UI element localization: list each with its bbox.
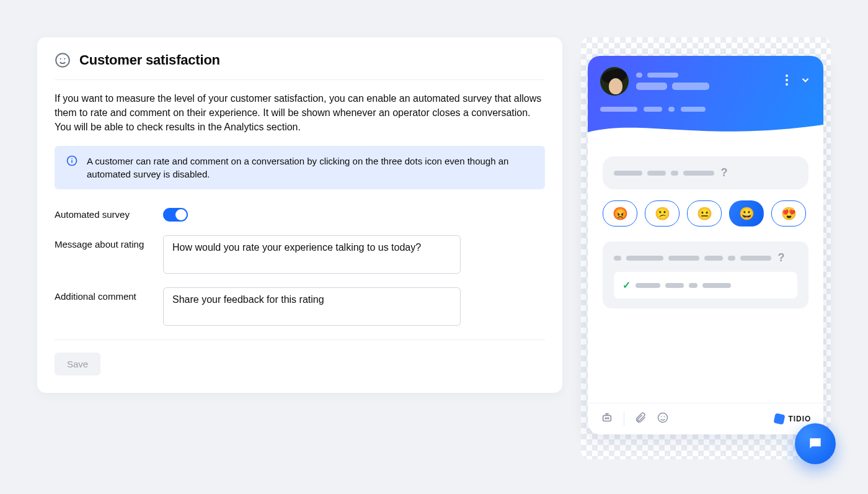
info-banner: A customer can rate and comment on a con…: [55, 146, 545, 189]
svg-point-8: [786, 83, 788, 86]
rating-message-input[interactable]: [163, 235, 461, 274]
field-automated-survey: Automated survey: [55, 205, 545, 222]
settings-card: Customer satisfaction If you want to mea…: [37, 37, 562, 393]
emoji-option-5[interactable]: 😍: [771, 200, 806, 227]
chat-footer: TIDIO: [588, 403, 823, 434]
chevron-down-icon[interactable]: [800, 74, 811, 88]
wave-divider: [588, 121, 823, 138]
emoji-option-3[interactable]: 😐: [687, 200, 722, 227]
svg-point-14: [664, 416, 665, 418]
check-icon: ✓: [622, 279, 631, 291]
svg-point-11: [608, 418, 609, 419]
field-rating-message: Message about rating: [55, 235, 545, 274]
emoji-option-2[interactable]: 😕: [645, 200, 680, 227]
emoji-option-4[interactable]: 😀: [729, 200, 764, 227]
svg-point-10: [606, 418, 607, 419]
avatar: [600, 67, 629, 96]
chat-widget: ? 😡 😕 😐 😀 😍: [588, 56, 823, 434]
svg-point-13: [661, 416, 662, 418]
field-additional-comment: Additional comment: [55, 287, 545, 326]
question-mark-icon: ?: [720, 166, 727, 179]
info-banner-text: A customer can rate and comment on a con…: [87, 155, 534, 181]
kebab-icon[interactable]: [785, 74, 789, 89]
comment-panel: ? ✓: [603, 241, 808, 308]
comment-input-preview[interactable]: ✓: [614, 272, 797, 299]
brand-text: TIDIO: [788, 415, 811, 423]
svg-point-7: [786, 79, 788, 81]
svg-point-6: [786, 74, 788, 77]
svg-point-2: [64, 58, 65, 60]
emoji-rating-row: 😡 😕 😐 😀 😍: [603, 200, 808, 227]
save-button[interactable]: Save: [55, 353, 100, 375]
paperclip-icon[interactable]: [634, 411, 647, 426]
svg-point-1: [60, 58, 61, 60]
question-mark-icon: ?: [777, 251, 784, 264]
info-icon: [66, 155, 78, 167]
svg-point-5: [71, 158, 73, 159]
rating-question-bubble: ?: [603, 156, 808, 189]
smiley-icon: [55, 52, 71, 68]
brand-badge: TIDIO: [774, 414, 811, 424]
page-title: Customer satisfaction: [79, 52, 220, 68]
rating-message-label: Message about rating: [55, 235, 163, 249]
additional-comment-label: Additional comment: [55, 287, 163, 302]
card-header: Customer satisfaction: [55, 52, 545, 80]
svg-rect-9: [603, 415, 611, 421]
automated-survey-label: Automated survey: [55, 205, 163, 220]
additional-comment-input[interactable]: [163, 287, 461, 326]
emoji-picker-icon[interactable]: [657, 411, 669, 426]
bot-icon[interactable]: [600, 411, 614, 427]
svg-point-0: [56, 53, 69, 67]
chat-header: [588, 56, 823, 138]
chat-fab[interactable]: [795, 423, 836, 464]
svg-point-12: [658, 413, 668, 423]
page-description: If you want to measure the level of your…: [55, 91, 545, 135]
chat-body: ? 😡 😕 😐 😀 😍: [588, 138, 823, 403]
divider: [55, 339, 545, 340]
automated-survey-toggle[interactable]: [163, 208, 188, 222]
chat-preview-area: ? 😡 😕 😐 😀 😍: [581, 37, 831, 459]
emoji-option-1[interactable]: 😡: [603, 200, 637, 227]
